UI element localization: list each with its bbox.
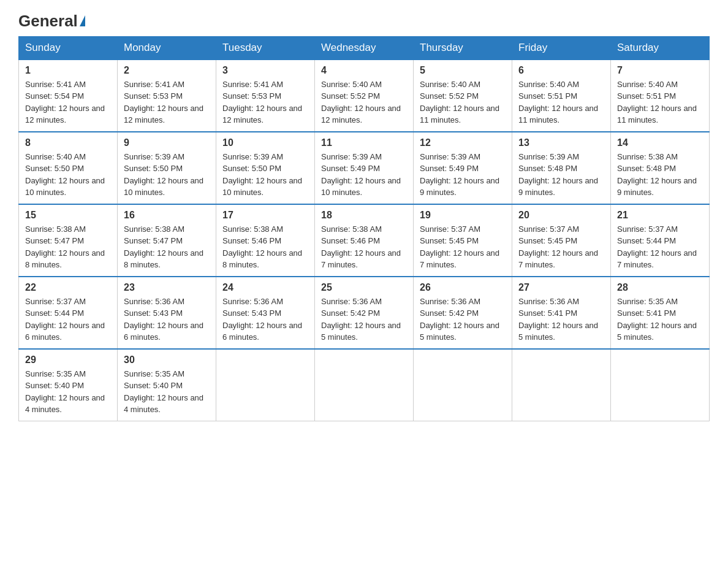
day-info: Sunrise: 5:40 AMSunset: 5:51 PMDaylight:…	[617, 79, 703, 126]
calendar-cell: 16Sunrise: 5:38 AMSunset: 5:47 PMDayligh…	[118, 204, 216, 277]
day-info: Sunrise: 5:37 AMSunset: 5:44 PMDaylight:…	[617, 223, 703, 271]
header-tuesday: Tuesday	[216, 36, 315, 59]
calendar-week-row: 1Sunrise: 5:41 AMSunset: 5:54 PMDaylight…	[19, 59, 710, 132]
day-number: 8	[25, 137, 111, 148]
header-monday: Monday	[118, 36, 216, 59]
calendar-week-row: 29Sunrise: 5:35 AMSunset: 5:40 PMDayligh…	[19, 349, 710, 421]
day-info: Sunrise: 5:40 AMSunset: 5:51 PMDaylight:…	[518, 79, 604, 126]
day-info: Sunrise: 5:39 AMSunset: 5:49 PMDaylight:…	[321, 151, 407, 199]
calendar-cell: 1Sunrise: 5:41 AMSunset: 5:54 PMDaylight…	[19, 59, 118, 132]
day-info: Sunrise: 5:41 AMSunset: 5:54 PMDaylight:…	[25, 79, 111, 126]
day-number: 17	[222, 210, 308, 221]
calendar-cell: 25Sunrise: 5:36 AMSunset: 5:42 PMDayligh…	[315, 277, 414, 349]
day-number: 26	[420, 282, 506, 293]
day-number: 16	[124, 210, 210, 221]
day-info: Sunrise: 5:40 AMSunset: 5:50 PMDaylight:…	[25, 151, 111, 199]
header-wednesday: Wednesday	[315, 36, 414, 59]
calendar-cell: 11Sunrise: 5:39 AMSunset: 5:49 PMDayligh…	[315, 132, 414, 204]
calendar-cell: 7Sunrise: 5:40 AMSunset: 5:51 PMDaylight…	[611, 59, 710, 132]
calendar-cell: 18Sunrise: 5:38 AMSunset: 5:46 PMDayligh…	[315, 204, 414, 277]
calendar-cell: 20Sunrise: 5:37 AMSunset: 5:45 PMDayligh…	[512, 204, 611, 277]
calendar-cell: 30Sunrise: 5:35 AMSunset: 5:40 PMDayligh…	[118, 349, 216, 421]
calendar-cell: 19Sunrise: 5:37 AMSunset: 5:45 PMDayligh…	[414, 204, 512, 277]
calendar-cell: 3Sunrise: 5:41 AMSunset: 5:53 PMDaylight…	[216, 59, 315, 132]
calendar-cell: 8Sunrise: 5:40 AMSunset: 5:50 PMDaylight…	[19, 132, 118, 204]
header-saturday: Saturday	[611, 36, 710, 59]
calendar-cell: 10Sunrise: 5:39 AMSunset: 5:50 PMDayligh…	[216, 132, 315, 204]
day-number: 2	[124, 65, 210, 76]
day-number: 15	[25, 210, 111, 221]
calendar-cell: 13Sunrise: 5:39 AMSunset: 5:48 PMDayligh…	[512, 132, 611, 204]
day-number: 13	[518, 137, 604, 148]
day-info: Sunrise: 5:39 AMSunset: 5:49 PMDaylight:…	[420, 151, 506, 199]
calendar-cell: 2Sunrise: 5:41 AMSunset: 5:53 PMDaylight…	[118, 59, 216, 132]
day-info: Sunrise: 5:36 AMSunset: 5:42 PMDaylight:…	[321, 296, 407, 343]
logo-general: General	[18, 12, 85, 30]
day-number: 23	[124, 282, 210, 293]
day-info: Sunrise: 5:38 AMSunset: 5:46 PMDaylight:…	[321, 223, 407, 271]
calendar-cell: 21Sunrise: 5:37 AMSunset: 5:44 PMDayligh…	[611, 204, 710, 277]
day-info: Sunrise: 5:41 AMSunset: 5:53 PMDaylight:…	[222, 79, 308, 126]
day-number: 5	[420, 65, 506, 76]
day-info: Sunrise: 5:38 AMSunset: 5:48 PMDaylight:…	[617, 151, 703, 199]
logo-text: General	[18, 12, 85, 30]
calendar-cell: 12Sunrise: 5:39 AMSunset: 5:49 PMDayligh…	[414, 132, 512, 204]
day-info: Sunrise: 5:36 AMSunset: 5:43 PMDaylight:…	[124, 296, 210, 343]
day-number: 6	[518, 65, 604, 76]
calendar-week-row: 8Sunrise: 5:40 AMSunset: 5:50 PMDaylight…	[19, 132, 710, 204]
calendar-week-row: 15Sunrise: 5:38 AMSunset: 5:47 PMDayligh…	[19, 204, 710, 277]
day-info: Sunrise: 5:38 AMSunset: 5:46 PMDaylight:…	[222, 223, 308, 271]
day-info: Sunrise: 5:37 AMSunset: 5:45 PMDaylight:…	[518, 223, 604, 271]
day-number: 25	[321, 282, 407, 293]
calendar-cell: 26Sunrise: 5:36 AMSunset: 5:42 PMDayligh…	[414, 277, 512, 349]
calendar-cell: 27Sunrise: 5:36 AMSunset: 5:41 PMDayligh…	[512, 277, 611, 349]
calendar-cell: 5Sunrise: 5:40 AMSunset: 5:52 PMDaylight…	[414, 59, 512, 132]
calendar-cell: 23Sunrise: 5:36 AMSunset: 5:43 PMDayligh…	[118, 277, 216, 349]
day-info: Sunrise: 5:36 AMSunset: 5:42 PMDaylight:…	[420, 296, 506, 343]
calendar-cell	[216, 349, 315, 421]
day-info: Sunrise: 5:38 AMSunset: 5:47 PMDaylight:…	[124, 223, 210, 271]
calendar-cell	[611, 349, 710, 421]
day-info: Sunrise: 5:40 AMSunset: 5:52 PMDaylight:…	[420, 79, 506, 126]
day-info: Sunrise: 5:37 AMSunset: 5:45 PMDaylight:…	[420, 223, 506, 271]
day-number: 11	[321, 137, 407, 148]
day-info: Sunrise: 5:35 AMSunset: 5:41 PMDaylight:…	[617, 296, 703, 343]
day-info: Sunrise: 5:35 AMSunset: 5:40 PMDaylight:…	[25, 368, 111, 416]
day-number: 4	[321, 65, 407, 76]
day-number: 21	[617, 210, 703, 221]
day-number: 3	[222, 65, 308, 76]
day-info: Sunrise: 5:39 AMSunset: 5:50 PMDaylight:…	[124, 151, 210, 199]
day-info: Sunrise: 5:35 AMSunset: 5:40 PMDaylight:…	[124, 368, 210, 416]
day-number: 24	[222, 282, 308, 293]
day-info: Sunrise: 5:39 AMSunset: 5:48 PMDaylight:…	[518, 151, 604, 199]
day-number: 9	[124, 137, 210, 148]
day-number: 19	[420, 210, 506, 221]
day-number: 20	[518, 210, 604, 221]
header-thursday: Thursday	[414, 36, 512, 59]
header-sunday: Sunday	[19, 36, 118, 59]
calendar-cell	[414, 349, 512, 421]
calendar-cell: 17Sunrise: 5:38 AMSunset: 5:46 PMDayligh…	[216, 204, 315, 277]
calendar-cell: 24Sunrise: 5:36 AMSunset: 5:43 PMDayligh…	[216, 277, 315, 349]
day-info: Sunrise: 5:39 AMSunset: 5:50 PMDaylight:…	[222, 151, 308, 199]
calendar-cell: 9Sunrise: 5:39 AMSunset: 5:50 PMDaylight…	[118, 132, 216, 204]
calendar-cell: 4Sunrise: 5:40 AMSunset: 5:52 PMDaylight…	[315, 59, 414, 132]
day-number: 14	[617, 137, 703, 148]
calendar-cell: 15Sunrise: 5:38 AMSunset: 5:47 PMDayligh…	[19, 204, 118, 277]
calendar-cell: 6Sunrise: 5:40 AMSunset: 5:51 PMDaylight…	[512, 59, 611, 132]
day-number: 12	[420, 137, 506, 148]
logo: General	[18, 12, 85, 30]
day-number: 28	[617, 282, 703, 293]
calendar-cell: 22Sunrise: 5:37 AMSunset: 5:44 PMDayligh…	[19, 277, 118, 349]
day-number: 7	[617, 65, 703, 76]
calendar-cell	[512, 349, 611, 421]
day-info: Sunrise: 5:38 AMSunset: 5:47 PMDaylight:…	[25, 223, 111, 271]
calendar-week-row: 22Sunrise: 5:37 AMSunset: 5:44 PMDayligh…	[19, 277, 710, 349]
day-info: Sunrise: 5:36 AMSunset: 5:41 PMDaylight:…	[518, 296, 604, 343]
day-number: 22	[25, 282, 111, 293]
header-friday: Friday	[512, 36, 611, 59]
day-number: 18	[321, 210, 407, 221]
calendar-cell: 14Sunrise: 5:38 AMSunset: 5:48 PMDayligh…	[611, 132, 710, 204]
calendar-table: Sunday Monday Tuesday Wednesday Thursday…	[18, 36, 710, 421]
page-header: General	[18, 12, 710, 30]
